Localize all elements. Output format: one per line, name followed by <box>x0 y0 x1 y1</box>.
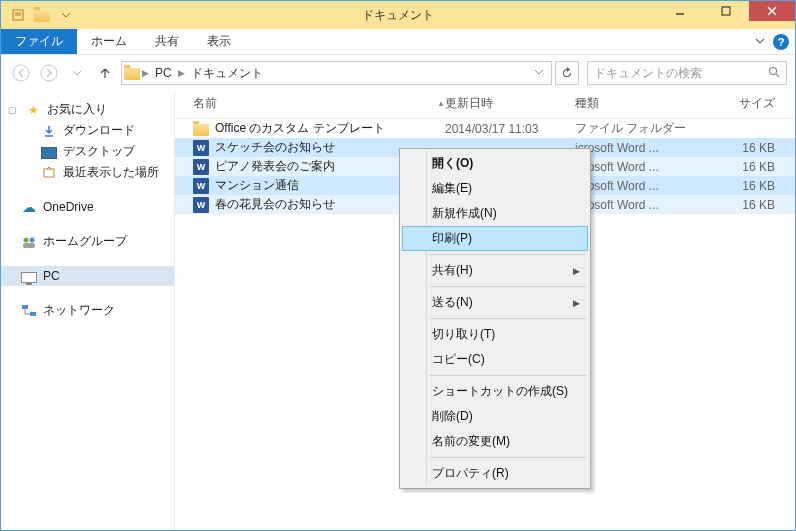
cm-cut[interactable]: 切り取り(T) <box>402 322 588 347</box>
sort-asc-icon: ▲ <box>437 99 445 108</box>
nav-recent-dropdown[interactable] <box>65 61 89 85</box>
cm-delete[interactable]: 削除(D) <box>402 404 588 429</box>
recent-icon <box>41 165 57 181</box>
qat-newfolder-icon[interactable] <box>31 4 53 26</box>
svg-rect-4 <box>722 7 730 15</box>
search-placeholder: ドキュメントの検索 <box>594 65 702 82</box>
sidebar-onedrive[interactable]: ☁OneDrive <box>1 197 174 217</box>
sidebar-favorites[interactable]: ▢★お気に入り <box>1 99 174 120</box>
cm-shortcut[interactable]: ショートカットの作成(S) <box>402 379 588 404</box>
cm-separator <box>430 286 586 287</box>
address-bar[interactable]: ▶ PC ▶ ドキュメント <box>121 61 552 85</box>
address-dropdown-icon[interactable] <box>529 68 549 78</box>
sidebar-downloads[interactable]: ダウンロード <box>1 120 174 141</box>
breadcrumb-location[interactable]: ドキュメント <box>187 65 267 82</box>
svg-rect-17 <box>30 312 36 316</box>
qat-dropdown-icon[interactable] <box>55 4 77 26</box>
folder-icon <box>193 121 209 137</box>
file-size: 16 KB <box>705 179 785 193</box>
nav-forward-button[interactable] <box>37 61 61 85</box>
file-name: 春の花見会のお知らせ <box>215 196 335 213</box>
search-input[interactable]: ドキュメントの検索 <box>587 61 787 85</box>
cm-copy[interactable]: コピー(C) <box>402 347 588 372</box>
sidebar: ▢★お気に入り ダウンロード デスクトップ 最近表示した場所 ☁OneDrive… <box>1 91 175 530</box>
refresh-button[interactable] <box>555 61 579 85</box>
minimize-button[interactable] <box>657 1 703 21</box>
ribbon: ファイル ホーム 共有 表示 ? <box>1 29 795 55</box>
quick-access-toolbar <box>1 4 77 26</box>
cm-sendto[interactable]: 送る(N)▶ <box>402 290 588 315</box>
file-type: icrosoft Word ... <box>575 198 705 212</box>
collapse-icon[interactable]: ▢ <box>7 105 17 115</box>
file-type: icrosoft Word ... <box>575 179 705 193</box>
svg-point-7 <box>13 65 29 81</box>
svg-point-9 <box>770 67 777 74</box>
breadcrumb-pc[interactable]: PC <box>151 66 176 80</box>
file-name: ピアノ発表会のご案内 <box>215 158 335 175</box>
word-file-icon: W <box>193 197 209 213</box>
cm-edit[interactable]: 編集(E) <box>402 176 588 201</box>
file-size: 16 KB <box>705 141 785 155</box>
file-name: マンション通信 <box>215 177 299 194</box>
desktop-icon <box>41 144 57 160</box>
svg-rect-15 <box>23 243 35 248</box>
maximize-button[interactable] <box>703 1 749 21</box>
file-type: icrosoft Word ... <box>575 160 705 174</box>
window-title: ドキュメント <box>362 7 434 24</box>
svg-line-10 <box>776 74 779 77</box>
cm-separator <box>430 254 586 255</box>
network-icon <box>21 303 37 319</box>
submenu-arrow-icon: ▶ <box>573 266 580 276</box>
cm-share[interactable]: 共有(H)▶ <box>402 258 588 283</box>
context-menu: 開く(O) 編集(E) 新規作成(N) 印刷(P) 共有(H)▶ 送る(N)▶ … <box>399 148 591 489</box>
svg-point-13 <box>24 237 29 242</box>
file-type: icrosoft Word ... <box>575 141 705 155</box>
search-icon[interactable] <box>768 66 780 81</box>
sidebar-recent[interactable]: 最近表示した場所 <box>1 162 174 183</box>
cloud-icon: ☁ <box>21 199 37 215</box>
header-name[interactable]: 名前▲ <box>193 95 445 112</box>
help-icon[interactable]: ? <box>773 34 789 50</box>
chevron-right-icon[interactable]: ▶ <box>178 68 185 78</box>
word-file-icon: W <box>193 159 209 175</box>
header-date[interactable]: 更新日時 <box>445 95 575 112</box>
cm-print[interactable]: 印刷(P) <box>402 226 588 251</box>
submenu-arrow-icon: ▶ <box>573 298 580 308</box>
chevron-right-icon[interactable]: ▶ <box>142 68 149 78</box>
cm-rename[interactable]: 名前の変更(M) <box>402 429 588 454</box>
qat-properties-icon[interactable] <box>7 4 29 26</box>
nav-up-button[interactable] <box>93 61 117 85</box>
folder-icon <box>124 65 140 81</box>
tab-view[interactable]: 表示 <box>193 29 245 54</box>
main-area: ▢★お気に入り ダウンロード デスクトップ 最近表示した場所 ☁OneDrive… <box>1 91 795 530</box>
sidebar-network[interactable]: ネットワーク <box>1 300 174 321</box>
svg-rect-12 <box>44 169 54 177</box>
file-date: 2014/03/17 11:03 <box>445 122 575 136</box>
close-button[interactable] <box>749 1 795 21</box>
header-type[interactable]: 種類 <box>575 95 705 112</box>
tab-file[interactable]: ファイル <box>1 29 77 54</box>
ribbon-expand-icon[interactable] <box>755 35 765 49</box>
file-row[interactable]: Office のカスタム テンプレート2014/03/17 11:03ファイル … <box>175 119 795 138</box>
header-size[interactable]: サイズ <box>705 95 785 112</box>
sidebar-pc[interactable]: PC <box>1 266 174 286</box>
cm-new[interactable]: 新規作成(N) <box>402 201 588 226</box>
tab-home[interactable]: ホーム <box>77 29 141 54</box>
nav-back-button[interactable] <box>9 61 33 85</box>
svg-point-8 <box>41 65 57 81</box>
cm-properties[interactable]: プロパティ(R) <box>402 461 588 486</box>
tab-share[interactable]: 共有 <box>141 29 193 54</box>
sidebar-homegroup[interactable]: ホームグループ <box>1 231 174 252</box>
cm-open[interactable]: 開く(O) <box>402 151 588 176</box>
file-name: Office のカスタム テンプレート <box>215 120 385 137</box>
sidebar-desktop[interactable]: デスクトップ <box>1 141 174 162</box>
svg-rect-16 <box>22 305 28 309</box>
titlebar: ドキュメント <box>1 1 795 29</box>
word-file-icon: W <box>193 140 209 156</box>
file-size: 16 KB <box>705 198 785 212</box>
svg-point-14 <box>30 237 35 242</box>
cm-separator <box>430 457 586 458</box>
homegroup-icon <box>21 234 37 250</box>
word-file-icon: W <box>193 178 209 194</box>
window-controls <box>657 1 795 23</box>
